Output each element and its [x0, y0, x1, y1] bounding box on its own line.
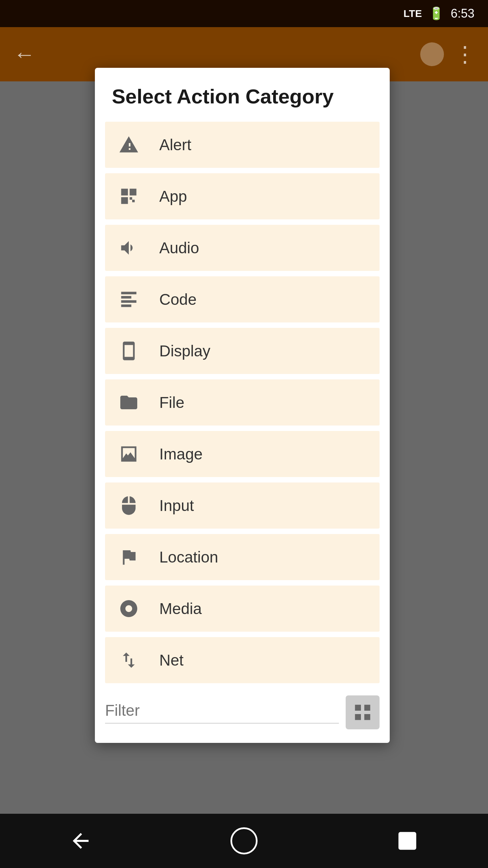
input-icon	[115, 492, 142, 519]
dialog-title: Select Action Category	[95, 68, 390, 122]
app-label: App	[159, 187, 187, 205]
svg-rect-0	[398, 832, 416, 850]
image-label: Image	[159, 445, 203, 463]
battery-icon: 🔋	[429, 6, 444, 21]
home-circle	[230, 827, 258, 854]
back-button[interactable]: ←	[14, 42, 35, 67]
input-label: Input	[159, 496, 194, 515]
back-nav-button[interactable]	[69, 829, 93, 853]
list-item[interactable]: App	[105, 173, 380, 219]
net-label: Net	[159, 651, 184, 669]
audio-icon	[115, 234, 142, 261]
list-item[interactable]: Media	[105, 586, 380, 632]
home-nav-button[interactable]	[230, 827, 258, 854]
list-item[interactable]: Input	[105, 482, 380, 529]
net-icon	[115, 647, 142, 674]
image-icon	[115, 440, 142, 468]
alert-icon	[115, 131, 142, 158]
list-item[interactable]: Display	[105, 328, 380, 374]
app-bar-right: ⋮	[420, 42, 474, 67]
audio-label: Audio	[159, 239, 199, 257]
media-label: Media	[159, 599, 202, 618]
list-item[interactable]: Audio	[105, 225, 380, 271]
alert-label: Alert	[159, 136, 191, 154]
filter-input-wrap	[105, 701, 339, 724]
category-list: Alert App Audio Code	[95, 122, 390, 683]
location-label: Location	[159, 548, 218, 566]
recent-nav-button[interactable]	[395, 829, 419, 853]
display-icon	[115, 337, 142, 364]
display-label: Display	[159, 342, 210, 360]
lte-signal-icon: LTE	[403, 8, 422, 19]
status-bar: LTE 🔋 6:53	[0, 0, 488, 27]
code-label: Code	[159, 290, 197, 309]
app-bar-circle	[420, 42, 444, 66]
list-item[interactable]: Location	[105, 534, 380, 580]
location-icon	[115, 544, 142, 571]
filter-input[interactable]	[105, 701, 339, 719]
list-item[interactable]: Image	[105, 431, 380, 477]
app-icon	[115, 183, 142, 210]
code-icon	[115, 286, 142, 313]
select-action-category-dialog: Select Action Category Alert App Audio	[95, 68, 390, 743]
file-label: File	[159, 393, 184, 412]
bottom-navigation	[0, 814, 488, 868]
list-item[interactable]: Alert	[105, 122, 380, 168]
media-icon	[115, 595, 142, 622]
list-item[interactable]: Code	[105, 276, 380, 322]
list-item[interactable]: File	[105, 379, 380, 426]
grid-view-button[interactable]	[346, 695, 380, 729]
dialog-footer	[95, 689, 390, 743]
more-options-button[interactable]: ⋮	[454, 42, 474, 67]
status-time: 6:53	[451, 6, 474, 21]
file-icon	[115, 389, 142, 416]
list-item[interactable]: Net	[105, 637, 380, 683]
